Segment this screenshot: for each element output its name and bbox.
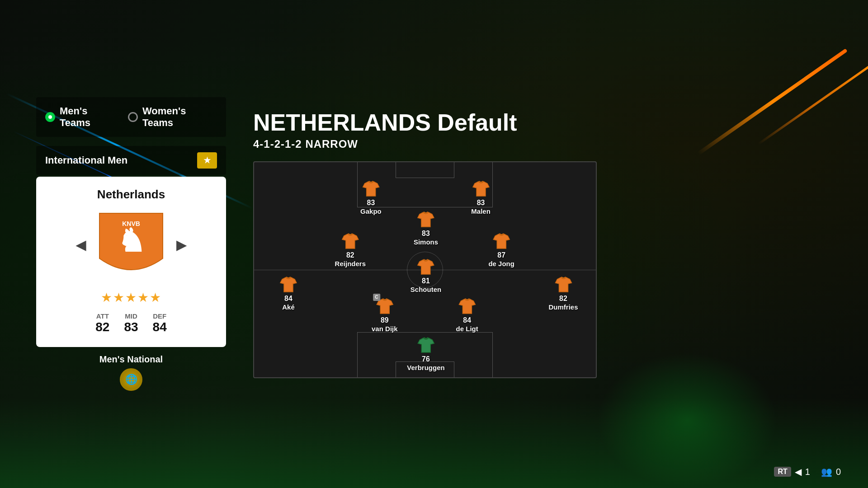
player-name: de Ligt (456, 325, 478, 333)
player-name: Dumfries (548, 303, 578, 311)
player-name: Simons (414, 238, 438, 246)
rt-icon: ◀ (795, 466, 802, 477)
player-kit (457, 296, 477, 315)
player-gakpo[interactable]: 83 Gakpo (360, 178, 382, 215)
prev-team-button[interactable]: ◀ (76, 238, 86, 253)
player-kit (471, 178, 491, 198)
team-card: Netherlands ◀ ♞ KNVB ▶ ★★★★★ (36, 177, 226, 347)
stat-def-label: DEF (153, 312, 167, 320)
tab-mens[interactable]: Men's Teams (45, 105, 119, 129)
team-stars: ★★★★★ (101, 290, 162, 305)
category-label: International Men (45, 155, 127, 166)
player-name: Gakpo (360, 207, 382, 215)
player-rating: 89 (381, 316, 389, 324)
rt-badge: RT (774, 467, 791, 477)
player-rating: 84 (284, 295, 292, 303)
stats-row: ATT 82 MID 83 DEF 84 (47, 312, 215, 334)
category-row: International Men ★ (36, 146, 226, 175)
tab-womens-label: Women's Teams (142, 105, 217, 129)
bottom-bar: RT ◀ 1 👥 0 (774, 466, 841, 477)
tabs-row: Men's Teams Women's Teams (36, 97, 226, 137)
player-name: Verbruggen (407, 364, 444, 371)
player-verbruggen[interactable]: 76 Verbruggen (407, 334, 444, 371)
stat-att-value: 82 (95, 320, 109, 334)
team-name: Netherlands (97, 188, 165, 202)
player-rating: 83 (367, 199, 375, 207)
stat-def-value: 84 (153, 320, 167, 334)
globe-icon: 🌐 (125, 374, 137, 385)
player-kit (340, 230, 360, 250)
tab-womens[interactable]: Women's Teams (128, 105, 217, 129)
player-dumfries[interactable]: 82 Dumfries (548, 274, 578, 311)
player-rating: 82 (559, 295, 567, 303)
stat-mid-value: 83 (124, 320, 138, 334)
player-rating: 84 (463, 316, 471, 324)
next-team-button[interactable]: ▶ (176, 238, 186, 253)
player-reijnders[interactable]: 82 Reijnders (335, 230, 366, 267)
stat-att: ATT 82 (95, 312, 109, 334)
player-name: Schouten (410, 286, 441, 293)
player-rating: 83 (422, 230, 430, 238)
player-kit (416, 334, 436, 354)
main-container: Men's Teams Women's Teams International … (0, 0, 868, 488)
tab-womens-radio (128, 112, 138, 122)
rt-count: 1 (805, 467, 810, 477)
player-rating: 83 (477, 199, 485, 207)
player-name: Malen (471, 207, 491, 215)
stat-mid-label: MID (124, 312, 138, 320)
player-kit (553, 274, 573, 294)
svg-text:KNVB: KNVB (122, 220, 140, 227)
svg-text:♞: ♞ (117, 224, 146, 258)
player-aké[interactable]: 84 Aké (278, 274, 298, 311)
player-rating: 81 (422, 277, 430, 285)
players-count: 0 (836, 467, 841, 477)
player-de-jong[interactable]: 87 de Jong (488, 230, 514, 267)
player-de-ligt[interactable]: 84 de Ligt (456, 296, 478, 333)
category-badge-icon: ★ (203, 155, 211, 165)
bottom-bar-rt: RT ◀ 1 (774, 466, 810, 477)
player-name: Reijnders (335, 260, 366, 267)
player-kit (278, 274, 298, 294)
formation-subtitle: 4-1-2-1-2 NARROW (253, 138, 832, 150)
player-kit (491, 230, 511, 250)
pitch: 76 Verbruggen C 89 van Dijk 84 de Ligt 8… (253, 161, 597, 378)
player-name: Aké (282, 303, 295, 311)
player-kit (416, 256, 436, 276)
player-van-dijk[interactable]: C 89 van Dijk (372, 296, 398, 333)
player-name: van Dijk (372, 325, 398, 333)
tab-mens-radio (45, 112, 55, 122)
team-logo-area: ◀ ♞ KNVB ▶ (76, 209, 186, 281)
player-rating: 82 (346, 251, 354, 259)
stat-att-label: ATT (95, 312, 109, 320)
player-kit (416, 209, 436, 229)
team-type-label: Men's National (36, 354, 226, 365)
category-badge[interactable]: ★ (197, 152, 217, 169)
player-rating: 87 (497, 251, 505, 259)
pitch-goal-top (396, 162, 454, 178)
player-rating: 76 (422, 355, 430, 363)
tab-mens-label: Men's Teams (60, 105, 119, 129)
stat-def: DEF 84 (153, 312, 167, 334)
player-kit (361, 178, 381, 198)
bottom-bar-players: 👥 0 (821, 466, 841, 477)
player-name: de Jong (488, 260, 514, 267)
left-panel: Men's Teams Women's Teams International … (36, 97, 226, 391)
player-schouten[interactable]: 81 Schouten (410, 256, 441, 293)
player-kit: C (375, 296, 395, 315)
player-malen[interactable]: 83 Malen (471, 178, 491, 215)
captain-badge: C (373, 294, 380, 301)
formation-title: NETHERLANDS Default (253, 110, 832, 136)
team-type-icon: 🌐 (120, 368, 142, 391)
right-panel: NETHERLANDS Default 4-1-2-1-2 NARROW 76 … (253, 110, 832, 378)
stat-mid: MID 83 (124, 312, 138, 334)
player-simons[interactable]: 83 Simons (414, 209, 438, 246)
team-logo: ♞ KNVB (95, 209, 167, 281)
players-icon: 👥 (821, 466, 832, 477)
